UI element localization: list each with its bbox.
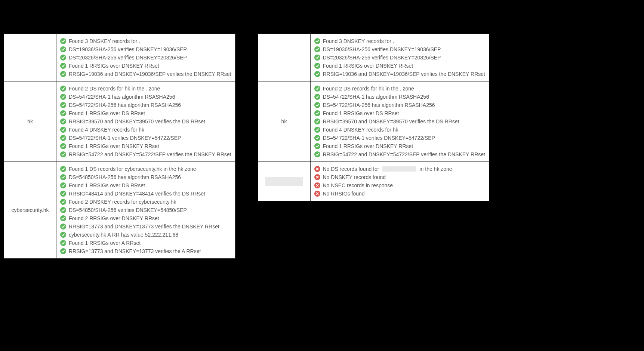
result-item: RRSIG=13773 and DNSKEY=13773 verifies th… (60, 247, 231, 255)
check-icon (314, 46, 320, 52)
result-item: Found 1 RRSIGs over DS RRset (314, 109, 486, 117)
result-text-pre: No DS records found for (323, 166, 379, 172)
check-icon (60, 63, 66, 69)
result-text: Found 1 RRSIGs over DS RRset (323, 110, 399, 116)
results-cell: Found 1 DS records for cybersecurity.hk … (56, 162, 235, 259)
zone-cell: cybersecurity.hk (4, 162, 56, 259)
check-icon (314, 110, 320, 116)
result-text-post: in the hk zone (419, 166, 452, 172)
zone-label: . (283, 55, 285, 61)
result-text: cybersecurity.hk A RR has value 52.222.2… (69, 232, 178, 238)
result-item: No DS records found forin the hk zone (314, 165, 486, 173)
check-icon (314, 63, 320, 69)
dnssec-results-left: .Found 3 DNSKEY records for .DS=19036/SH… (4, 34, 235, 259)
zone-label: hk (27, 118, 33, 124)
check-icon (60, 224, 66, 230)
result-text: Found 1 RRSIGs over DS RRset (69, 110, 145, 116)
dnssec-results-right: .Found 3 DNSKEY records for .DS=19036/SH… (258, 34, 490, 201)
result-item: RRSIG=48414 and DNSKEY=48414 verifies th… (60, 190, 231, 198)
result-item: DS=54722/SHA-1 has algorithm RSASHA256 (60, 93, 231, 101)
zone-cell: hk (4, 81, 56, 162)
result-item: DS=54722/SHA-256 has algorithm RSASHA256 (314, 101, 486, 109)
zone-cell: hk (258, 81, 310, 162)
check-icon (60, 215, 66, 221)
check-icon (60, 110, 66, 116)
results-cell: Found 3 DNSKEY records for .DS=19036/SHA… (310, 34, 489, 81)
result-text: Found 1 RRSIGs over A RRset (69, 240, 141, 246)
check-icon (60, 38, 66, 44)
result-item: Found 1 RRSIGs over DS RRset (60, 109, 231, 117)
zone-cell (258, 162, 310, 201)
result-text: RRSIG=54722 and DNSKEY=54722/SEP verifie… (323, 151, 486, 157)
table-row: .Found 3 DNSKEY records for .DS=19036/SH… (258, 34, 489, 81)
result-item: DS=54722/SHA-1 verifies DNSKEY=54722/SEP (60, 134, 231, 142)
check-icon (60, 118, 66, 124)
check-icon (314, 143, 320, 149)
check-icon (60, 102, 66, 108)
table-row: hkFound 2 DS records for hk in the . zon… (4, 81, 235, 162)
result-text: RRSIG=13773 and DNSKEY=13773 verifies th… (69, 248, 201, 254)
check-icon (60, 94, 66, 100)
table-row: hkFound 2 DS records for hk in the . zon… (258, 81, 489, 162)
result-item: RRSIG=13773 and DNSKEY=13773 verifies th… (60, 222, 231, 231)
results-cell: Found 2 DS records for hk in the . zoneD… (310, 81, 489, 162)
result-text: Found 1 DS records for cybersecurity.hk … (69, 166, 196, 172)
redacted-text (382, 166, 416, 172)
result-text: Found 1 RRSIGs over DS RRset (69, 182, 145, 188)
result-text: RRSIG=48414 and DNSKEY=48414 verifies th… (69, 191, 205, 197)
check-icon (60, 199, 66, 205)
result-item: Found 3 DNSKEY records for . (314, 37, 486, 45)
result-text: DS=54722/SHA-1 has algorithm RSASHA256 (323, 94, 429, 100)
zone-label: cybersecurity.hk (11, 207, 49, 213)
result-item: DS=19036/SHA-256 verifies DNSKEY=19036/S… (60, 45, 231, 53)
result-item: Found 3 DNSKEY records for . (60, 37, 231, 45)
check-icon (60, 191, 66, 197)
result-text: Found 3 DNSKEY records for . (323, 38, 394, 44)
result-item: RRSIG=54722 and DNSKEY=54722/SEP verifie… (60, 150, 231, 158)
result-text: Found 4 DNSKEY records for hk (69, 127, 144, 133)
result-text: RRSIG=54722 and DNSKEY=54722/SEP verifie… (69, 151, 231, 157)
table-row: cybersecurity.hkFound 1 DS records for c… (4, 162, 235, 259)
result-item: Found 1 RRSIGs over DNSKEY RRset (314, 62, 486, 70)
check-icon (314, 86, 320, 92)
zone-label: . (30, 55, 31, 61)
check-icon (60, 166, 66, 172)
result-text: DS=54850/SHA-256 has algorithm RSASHA256 (69, 174, 181, 180)
result-text: DS=54722/SHA-256 has algorithm RSASHA256 (323, 102, 435, 108)
result-item: Found 1 RRSIGs over DNSKEY RRset (314, 142, 486, 150)
results-cell: No DS records found forin the hk zoneNo … (310, 162, 489, 201)
dnssec-table-right: .Found 3 DNSKEY records for .DS=19036/SH… (258, 34, 490, 201)
result-text: DS=54722/SHA-1 verifies DNSKEY=54722/SEP (69, 135, 181, 141)
result-item: DS=20326/SHA-256 verifies DNSKEY=20326/S… (314, 53, 486, 62)
check-icon (60, 71, 66, 77)
result-text: Found 2 DNSKEY records for cybersecurity… (69, 199, 176, 205)
result-text: DS=19036/SHA-256 verifies DNSKEY=19036/S… (69, 46, 187, 52)
dnssec-table-left: .Found 3 DNSKEY records for .DS=19036/SH… (4, 34, 235, 259)
result-text: Found 3 DNSKEY records for . (69, 38, 140, 44)
zone-cell: . (4, 34, 56, 81)
result-text: RRSIG=39570 and DNSKEY=39570 verifies th… (323, 118, 459, 124)
check-icon (60, 207, 66, 213)
result-item: Found 1 RRSIGs over DNSKEY RRset (60, 142, 231, 150)
result-text: No DNSKEY records found (323, 174, 386, 180)
check-icon (314, 55, 320, 61)
check-icon (314, 127, 320, 133)
result-item: RRSIG=19036 and DNSKEY=19036/SEP verifie… (314, 70, 486, 78)
result-text: Found 1 RRSIGs over DNSKEY RRset (323, 63, 413, 69)
error-icon (314, 191, 320, 197)
result-item: No RRSIGs found (314, 190, 486, 198)
result-text: Found 2 RRSIGs over DNSKEY RRset (69, 215, 159, 221)
result-item: Found 2 DNSKEY records for cybersecurity… (60, 198, 231, 206)
check-icon (60, 127, 66, 133)
result-item: RRSIG=54722 and DNSKEY=54722/SEP verifie… (314, 150, 486, 158)
check-icon (60, 182, 66, 188)
result-item: cybersecurity.hk A RR has value 52.222.2… (60, 231, 231, 239)
check-icon (314, 71, 320, 77)
result-text: Found 2 DS records for hk in the . zone (69, 86, 160, 92)
result-text: No RRSIGs found (323, 191, 365, 197)
check-icon (60, 240, 66, 246)
result-item: DS=54850/SHA-256 has algorithm RSASHA256 (60, 173, 231, 181)
result-item: Found 1 RRSIGs over DS RRset (60, 181, 231, 190)
result-text: Found 2 DS records for hk in the . zone (323, 86, 414, 92)
error-icon (314, 174, 320, 180)
